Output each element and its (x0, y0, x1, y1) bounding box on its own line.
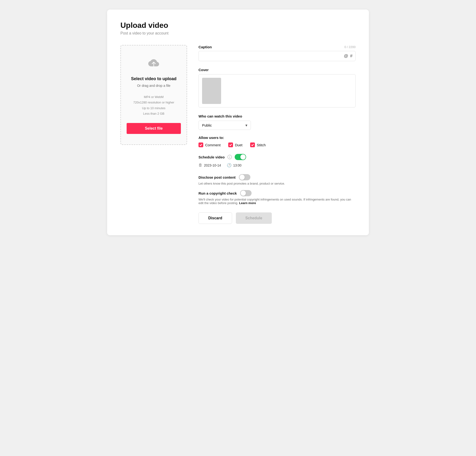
copyright-label: Run a copyright check (198, 191, 237, 195)
upload-dropzone[interactable]: Select video to upload Or drag and drop … (120, 45, 187, 145)
schedule-row: Schedule video i (198, 154, 356, 160)
comment-checkbox-item[interactable]: Comment (198, 142, 221, 147)
at-icon[interactable]: @ (344, 54, 348, 58)
visibility-label: Who can watch this video (198, 114, 356, 118)
stitch-label: Stitch (257, 143, 266, 147)
cover-label: Cover (198, 68, 356, 72)
learn-more-link[interactable]: Learn more (239, 201, 256, 205)
content-row: Select video to upload Or drag and drop … (120, 45, 356, 224)
page-title: Upload video (120, 21, 356, 30)
duet-label: Duet (235, 143, 243, 147)
upload-specs: MP4 or WebM 720x1280 resolution or highe… (133, 94, 174, 116)
caption-label: Caption (198, 45, 212, 49)
copyright-header: Run a copyright check (198, 190, 356, 196)
info-icon[interactable]: i (228, 155, 232, 159)
upload-main-text: Select video to upload (131, 76, 176, 82)
cover-area[interactable] (198, 74, 356, 108)
comment-checkbox[interactable] (198, 142, 203, 147)
cover-thumbnail (202, 78, 221, 104)
duet-checkbox-item[interactable]: Duet (228, 142, 243, 147)
caption-icons: @ # (344, 54, 352, 58)
upload-drag-text: Or drag and drop a file (137, 84, 170, 88)
copyright-toggle[interactable] (240, 190, 252, 196)
schedule-toggle-knob (240, 154, 246, 160)
hash-icon[interactable]: # (350, 54, 352, 58)
disclose-label: Disclose post content (198, 175, 236, 179)
upload-card: Upload video Post a video to your accoun… (107, 9, 369, 235)
caption-input[interactable] (202, 54, 344, 58)
schedule-toggle[interactable] (235, 154, 246, 160)
date-chip[interactable]: 🗓 2023-10-14 (198, 163, 221, 167)
disclose-header: Disclose post content (198, 174, 356, 180)
allow-users-label: Allow users to: (198, 136, 356, 140)
disclose-desc: Let others know this post promotes a bra… (198, 182, 356, 185)
page-subtitle: Post a video to your account (120, 31, 356, 35)
comment-label: Comment (205, 143, 221, 147)
schedule-date: 2023-10-14 (204, 163, 221, 167)
visibility-select-wrapper: Public Friends Private ▼ (198, 121, 251, 130)
disclose-toggle[interactable] (239, 174, 250, 180)
schedule-time: 13:00 (233, 163, 242, 167)
date-time-row: 🗓 2023-10-14 🕐 13:00 (198, 163, 356, 167)
discard-button[interactable]: Discard (198, 212, 232, 224)
schedule-label: Schedule video (198, 155, 225, 159)
copyright-toggle-knob (241, 191, 246, 196)
copyright-row: Run a copyright check We'll check your v… (198, 190, 356, 205)
duet-checkbox[interactable] (228, 142, 233, 147)
copyright-desc: We'll check your video for potential cop… (198, 198, 356, 205)
form-area: Caption 0 / 2200 @ # Cover Who can watch… (198, 45, 356, 224)
calendar-icon: 🗓 (198, 163, 202, 167)
caption-label-row: Caption 0 / 2200 (198, 45, 356, 49)
caption-input-wrapper: @ # (198, 51, 356, 61)
visibility-select[interactable]: Public Friends Private (198, 121, 251, 130)
stitch-checkbox[interactable] (250, 142, 255, 147)
schedule-button[interactable]: Schedule (236, 212, 272, 224)
caption-counter: 0 / 2200 (344, 45, 356, 49)
select-file-button[interactable]: Select file (127, 123, 181, 134)
time-chip[interactable]: 🕐 13:00 (227, 163, 242, 167)
disclose-toggle-knob (239, 174, 245, 180)
checkboxes-row: Comment Duet Stitch (198, 142, 356, 147)
actions-row: Discard Schedule (198, 212, 356, 224)
disclose-row: Disclose post content Let others know th… (198, 174, 356, 185)
stitch-checkbox-item[interactable]: Stitch (250, 142, 266, 147)
clock-icon: 🕐 (227, 163, 232, 167)
upload-cloud-icon (147, 56, 161, 71)
